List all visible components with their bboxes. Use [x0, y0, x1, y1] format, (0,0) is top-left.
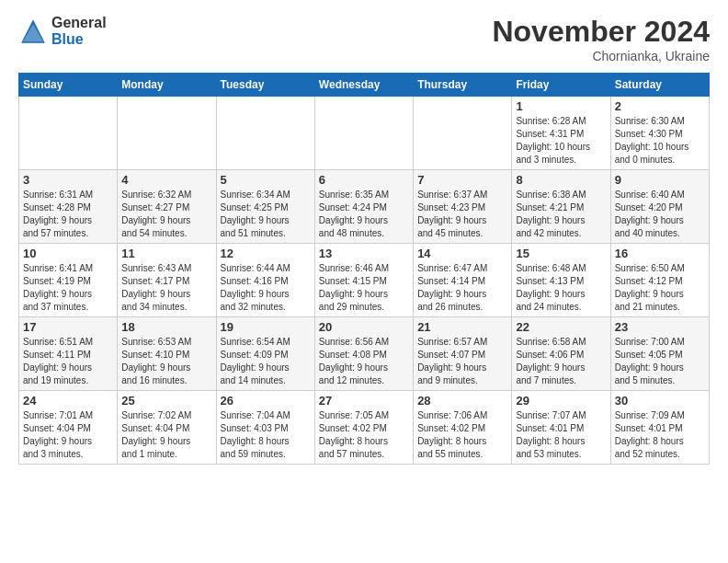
- day-number: 27: [319, 394, 409, 408]
- day-number: 4: [121, 173, 211, 187]
- day-info: Sunrise: 7:02 AM Sunset: 4:04 PM Dayligh…: [121, 409, 211, 461]
- day-number: 16: [615, 247, 705, 260]
- day-cell: 13Sunrise: 6:46 AM Sunset: 4:15 PM Dayli…: [314, 244, 413, 317]
- day-cell: 27Sunrise: 7:05 AM Sunset: 4:02 PM Dayli…: [314, 391, 413, 465]
- day-number: 6: [319, 173, 409, 187]
- day-number: 21: [417, 320, 507, 334]
- day-info: Sunrise: 6:53 AM Sunset: 4:10 PM Dayligh…: [121, 336, 211, 387]
- day-cell: 10Sunrise: 6:41 AM Sunset: 4:19 PM Dayli…: [19, 244, 118, 317]
- calendar-table: SundayMondayTuesdayWednesdayThursdayFrid…: [18, 73, 710, 465]
- week-row-0: 1Sunrise: 6:28 AM Sunset: 4:31 PM Daylig…: [19, 97, 710, 170]
- week-row-2: 10Sunrise: 6:41 AM Sunset: 4:19 PM Dayli…: [19, 244, 710, 317]
- day-cell: [19, 97, 118, 170]
- main-container: General Blue November 2024 Chornianka, U…: [0, 0, 728, 474]
- day-cell: 14Sunrise: 6:47 AM Sunset: 4:14 PM Dayli…: [414, 244, 512, 317]
- day-info: Sunrise: 6:41 AM Sunset: 4:19 PM Dayligh…: [23, 262, 113, 314]
- day-cell: 3Sunrise: 6:31 AM Sunset: 4:28 PM Daylig…: [19, 170, 118, 244]
- day-cell: 12Sunrise: 6:44 AM Sunset: 4:16 PM Dayli…: [216, 244, 314, 317]
- day-number: 12: [221, 247, 311, 260]
- day-info: Sunrise: 6:57 AM Sunset: 4:07 PM Dayligh…: [417, 336, 507, 387]
- day-cell: [118, 97, 216, 170]
- day-number: 30: [615, 394, 705, 408]
- day-cell: 26Sunrise: 7:04 AM Sunset: 4:03 PM Dayli…: [216, 391, 314, 465]
- day-number: 3: [23, 173, 113, 187]
- day-cell: 28Sunrise: 7:06 AM Sunset: 4:02 PM Dayli…: [414, 391, 512, 465]
- day-cell: 2Sunrise: 6:30 AM Sunset: 4:30 PM Daylig…: [610, 97, 709, 170]
- logo-general-text: General: [51, 15, 107, 31]
- day-info: Sunrise: 6:54 AM Sunset: 4:09 PM Dayligh…: [221, 336, 311, 387]
- day-info: Sunrise: 6:31 AM Sunset: 4:28 PM Dayligh…: [23, 189, 113, 240]
- day-info: Sunrise: 6:43 AM Sunset: 4:17 PM Dayligh…: [121, 262, 211, 314]
- header: General Blue November 2024 Chornianka, U…: [18, 15, 710, 63]
- day-number: 26: [221, 394, 311, 408]
- day-number: 14: [417, 247, 507, 260]
- day-cell: 21Sunrise: 6:57 AM Sunset: 4:07 PM Dayli…: [414, 317, 512, 391]
- day-number: 9: [615, 173, 705, 187]
- day-cell: 22Sunrise: 6:58 AM Sunset: 4:06 PM Dayli…: [512, 317, 610, 391]
- day-info: Sunrise: 6:46 AM Sunset: 4:15 PM Dayligh…: [319, 262, 409, 314]
- day-number: 7: [417, 173, 507, 187]
- title-block: November 2024 Chornianka, Ukraine: [492, 15, 710, 63]
- header-saturday: Saturday: [610, 74, 709, 97]
- day-info: Sunrise: 6:32 AM Sunset: 4:27 PM Dayligh…: [121, 189, 211, 240]
- day-cell: [314, 97, 413, 170]
- day-cell: 24Sunrise: 7:01 AM Sunset: 4:04 PM Dayli…: [19, 391, 118, 465]
- day-info: Sunrise: 6:40 AM Sunset: 4:20 PM Dayligh…: [615, 189, 705, 240]
- day-info: Sunrise: 6:58 AM Sunset: 4:06 PM Dayligh…: [516, 336, 606, 387]
- day-number: 5: [221, 173, 311, 187]
- day-number: 29: [516, 394, 606, 408]
- day-info: Sunrise: 6:47 AM Sunset: 4:14 PM Dayligh…: [417, 262, 507, 314]
- day-number: 18: [121, 320, 211, 334]
- header-wednesday: Wednesday: [314, 74, 413, 97]
- day-cell: 17Sunrise: 6:51 AM Sunset: 4:11 PM Dayli…: [19, 317, 118, 391]
- day-cell: 7Sunrise: 6:37 AM Sunset: 4:23 PM Daylig…: [414, 170, 512, 244]
- day-number: 11: [121, 247, 211, 260]
- day-cell: 29Sunrise: 7:07 AM Sunset: 4:01 PM Dayli…: [512, 391, 610, 465]
- day-cell: 5Sunrise: 6:34 AM Sunset: 4:25 PM Daylig…: [216, 170, 314, 244]
- day-cell: 30Sunrise: 7:09 AM Sunset: 4:01 PM Dayli…: [610, 391, 709, 465]
- day-info: Sunrise: 7:06 AM Sunset: 4:02 PM Dayligh…: [417, 409, 507, 461]
- day-info: Sunrise: 6:48 AM Sunset: 4:13 PM Dayligh…: [516, 262, 606, 314]
- month-title: November 2024: [492, 15, 710, 49]
- logo: General Blue: [18, 15, 107, 47]
- day-info: Sunrise: 6:38 AM Sunset: 4:21 PM Dayligh…: [516, 189, 606, 240]
- location: Chornianka, Ukraine: [492, 49, 710, 63]
- day-number: 28: [417, 394, 507, 408]
- day-info: Sunrise: 7:04 AM Sunset: 4:03 PM Dayligh…: [221, 409, 311, 461]
- day-cell: 9Sunrise: 6:40 AM Sunset: 4:20 PM Daylig…: [610, 170, 709, 244]
- day-number: 13: [319, 247, 409, 260]
- day-number: 10: [23, 247, 113, 260]
- header-friday: Friday: [512, 74, 610, 97]
- day-number: 25: [121, 394, 211, 408]
- logo-blue-text: Blue: [51, 31, 107, 48]
- week-row-1: 3Sunrise: 6:31 AM Sunset: 4:28 PM Daylig…: [19, 170, 710, 244]
- day-info: Sunrise: 7:01 AM Sunset: 4:04 PM Dayligh…: [23, 409, 113, 461]
- day-cell: 25Sunrise: 7:02 AM Sunset: 4:04 PM Dayli…: [118, 391, 216, 465]
- day-number: 19: [221, 320, 311, 334]
- logo-icon: [18, 17, 48, 46]
- day-cell: [414, 97, 512, 170]
- day-info: Sunrise: 7:09 AM Sunset: 4:01 PM Dayligh…: [615, 409, 705, 461]
- week-row-4: 24Sunrise: 7:01 AM Sunset: 4:04 PM Dayli…: [19, 391, 710, 465]
- day-info: Sunrise: 6:28 AM Sunset: 4:31 PM Dayligh…: [516, 115, 606, 167]
- day-number: 22: [516, 320, 606, 334]
- svg-marker-1: [23, 24, 43, 41]
- logo-text: General Blue: [51, 15, 107, 47]
- day-cell: 18Sunrise: 6:53 AM Sunset: 4:10 PM Dayli…: [118, 317, 216, 391]
- day-number: 8: [516, 173, 606, 187]
- day-info: Sunrise: 6:30 AM Sunset: 4:30 PM Dayligh…: [615, 115, 705, 167]
- day-info: Sunrise: 7:00 AM Sunset: 4:05 PM Dayligh…: [615, 336, 705, 387]
- header-tuesday: Tuesday: [216, 74, 314, 97]
- day-cell: 4Sunrise: 6:32 AM Sunset: 4:27 PM Daylig…: [118, 170, 216, 244]
- day-number: 23: [615, 320, 705, 334]
- day-cell: 15Sunrise: 6:48 AM Sunset: 4:13 PM Dayli…: [512, 244, 610, 317]
- day-cell: 20Sunrise: 6:56 AM Sunset: 4:08 PM Dayli…: [314, 317, 413, 391]
- day-cell: 23Sunrise: 7:00 AM Sunset: 4:05 PM Dayli…: [610, 317, 709, 391]
- day-info: Sunrise: 6:44 AM Sunset: 4:16 PM Dayligh…: [221, 262, 311, 314]
- day-number: 15: [516, 247, 606, 260]
- day-cell: [216, 97, 314, 170]
- day-info: Sunrise: 6:35 AM Sunset: 4:24 PM Dayligh…: [319, 189, 409, 240]
- day-cell: 11Sunrise: 6:43 AM Sunset: 4:17 PM Dayli…: [118, 244, 216, 317]
- day-cell: 19Sunrise: 6:54 AM Sunset: 4:09 PM Dayli…: [216, 317, 314, 391]
- day-info: Sunrise: 7:05 AM Sunset: 4:02 PM Dayligh…: [319, 409, 409, 461]
